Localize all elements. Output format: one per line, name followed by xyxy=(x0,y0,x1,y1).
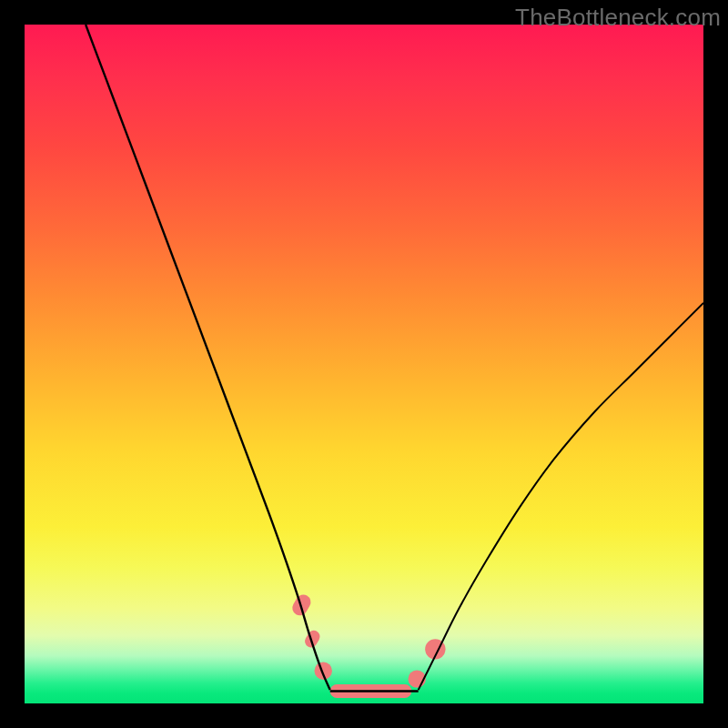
watermark-text: TheBottleneck.com xyxy=(515,4,721,32)
plot-area xyxy=(25,25,703,703)
chart-frame: TheBottleneck.com xyxy=(0,0,728,728)
background-gradient xyxy=(25,25,703,703)
